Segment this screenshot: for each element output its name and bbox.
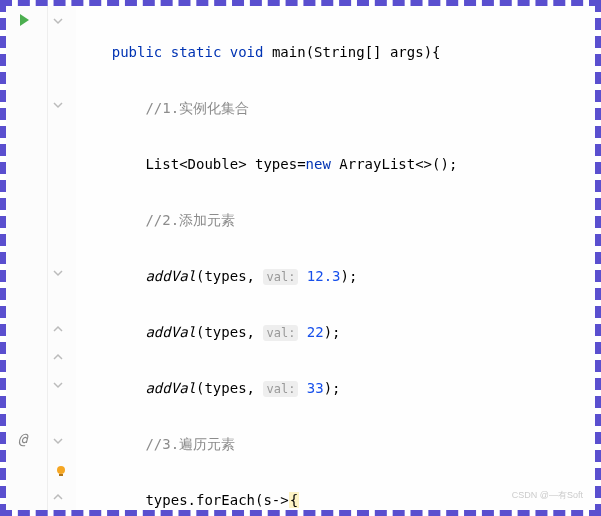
inlay-hint: val: xyxy=(263,381,298,397)
fold-icon[interactable] xyxy=(52,434,64,446)
fold-icon[interactable] xyxy=(52,266,64,278)
code-line: public static void main(String[] args){ xyxy=(78,38,595,66)
svg-rect-1 xyxy=(59,474,63,476)
override-marker[interactable]: @ xyxy=(18,430,27,448)
svg-point-0 xyxy=(57,466,65,474)
fold-icon[interactable] xyxy=(52,98,64,110)
inlay-hint: val: xyxy=(263,325,298,341)
fold-icon[interactable] xyxy=(52,322,64,334)
gutter-left: @ xyxy=(6,6,48,510)
watermark: CSDN @—有Soft xyxy=(512,489,583,502)
fold-icon[interactable] xyxy=(52,14,64,26)
fold-icon[interactable] xyxy=(52,350,64,362)
code-line: addVal(types, val: 22); xyxy=(78,318,595,346)
inlay-hint: val: xyxy=(263,269,298,285)
code-line: //1.实例化集合 xyxy=(78,94,595,122)
code-line: addVal(types, val: 33); xyxy=(78,374,595,402)
run-icon[interactable] xyxy=(16,12,32,28)
code-line: addVal(types, val: 12.3); xyxy=(78,262,595,290)
code-line: //2.添加元素 xyxy=(78,206,595,234)
bulb-icon[interactable] xyxy=(54,464,68,478)
code-line: List<Double> types=new ArrayList<>(); xyxy=(78,150,595,178)
gutter-fold xyxy=(48,6,76,510)
code-line: //3.遍历元素 xyxy=(78,430,595,458)
fold-icon[interactable] xyxy=(52,490,64,502)
fold-icon[interactable] xyxy=(52,378,64,390)
code-area[interactable]: public static void main(String[] args){ … xyxy=(76,6,595,510)
